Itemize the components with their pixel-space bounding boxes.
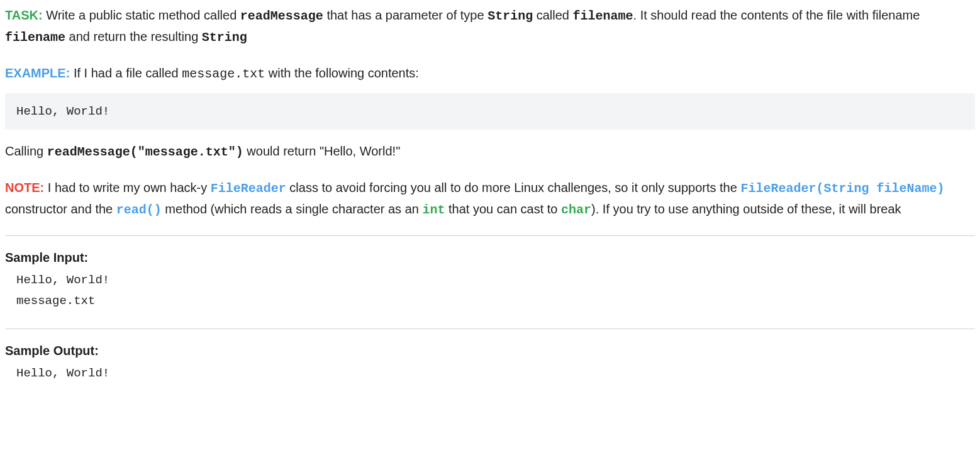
note-text: ). If you try to use anything outside of…	[591, 202, 901, 216]
task-text: and return the resulting	[65, 30, 202, 43]
example-text: would return "Hello, World!"	[243, 144, 400, 158]
task-code: filename	[5, 30, 65, 45]
task-text: . It should read the contents of the fil…	[633, 8, 920, 22]
note-code: FileReader	[211, 181, 286, 196]
sample-input-content: Hello, World! message.txt	[5, 268, 975, 313]
task-code: String	[202, 30, 247, 45]
note-code: char	[561, 203, 591, 217]
note-paragraph: NOTE: I had to write my own hack-y FileR…	[5, 177, 975, 220]
note-text: constructor and the	[5, 202, 116, 216]
task-code: readMessage	[240, 9, 323, 23]
task-text: that has a parameter of type	[323, 8, 487, 22]
sample-input-header: Sample Input:	[5, 247, 975, 268]
task-text: Write a public static method called	[43, 8, 240, 22]
note-section: NOTE: I had to write my own hack-y FileR…	[5, 177, 975, 220]
note-text: class to avoid forcing you all to do mor…	[286, 181, 741, 194]
example-section: EXAMPLE: If I had a file called message.…	[5, 63, 975, 162]
task-label: TASK:	[5, 8, 43, 22]
note-code: FileReader(String fileName)	[740, 181, 944, 196]
task-code: filename	[573, 9, 633, 23]
task-paragraph: TASK: Write a public static method calle…	[5, 5, 975, 48]
note-text: I had to write my own hack-y	[44, 181, 211, 194]
task-section: TASK: Write a public static method calle…	[5, 5, 975, 48]
sample-output-header: Sample Output:	[5, 341, 975, 361]
note-label: NOTE:	[5, 181, 44, 194]
task-code: String	[487, 9, 533, 23]
note-text: that you can cast to	[445, 202, 561, 216]
sample-output-content: Hello, World!	[5, 361, 975, 386]
example-paragraph: EXAMPLE: If I had a file called message.…	[5, 63, 975, 84]
example-text: with the following contents:	[265, 66, 419, 80]
example-label: EXAMPLE:	[5, 66, 70, 80]
example-paragraph: Calling readMessage("message.txt") would…	[5, 141, 975, 162]
file-contents-block: Hello, World!	[5, 93, 975, 130]
note-code: read()	[116, 203, 162, 217]
note-code: int	[422, 203, 445, 217]
sample-input-section: Sample Input: Hello, World! message.txt	[5, 247, 975, 313]
example-text: If I had a file called	[70, 66, 182, 80]
task-text: called	[533, 8, 572, 22]
note-text: method (which reads a single character a…	[162, 202, 423, 216]
example-code: readMessage("message.txt")	[47, 145, 243, 159]
example-code: message.txt	[182, 67, 265, 81]
divider	[5, 235, 975, 236]
divider	[5, 329, 975, 329]
example-text: Calling	[5, 144, 47, 158]
sample-output-section: Sample Output: Hello, World!	[5, 341, 975, 386]
